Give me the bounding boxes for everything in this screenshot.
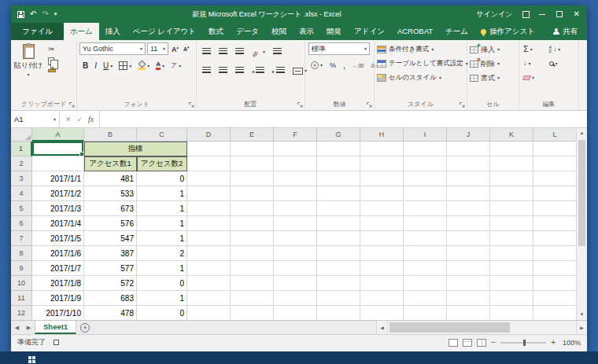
name-box[interactable]: A1 ▾: [11, 111, 60, 127]
comma-format-button[interactable]: ,: [341, 62, 347, 68]
cell-I6[interactable]: [404, 216, 447, 231]
cell-G2[interactable]: [317, 156, 360, 171]
row-header-2[interactable]: 2: [11, 156, 32, 171]
format-as-table-button[interactable]: テーブルとして書式設定▾: [377, 57, 464, 71]
zoom-slider[interactable]: [500, 342, 546, 344]
cell-I3[interactable]: [404, 171, 447, 186]
cell-H7[interactable]: [360, 231, 404, 246]
cell-L10[interactable]: [533, 276, 577, 291]
col-header-D[interactable]: D: [187, 128, 231, 142]
horizontal-scrollbar-thumb[interactable]: [389, 322, 510, 333]
increase-decimal-button[interactable]: ←.00: [351, 62, 365, 69]
cell-C5[interactable]: 1: [137, 201, 187, 216]
cell-A5[interactable]: 2017/1/3: [32, 201, 84, 216]
cell-D7[interactable]: [187, 231, 231, 246]
cell-E2[interactable]: [231, 156, 274, 171]
cell-A3[interactable]: 2017/1/1: [32, 171, 84, 186]
cell-J6[interactable]: [447, 216, 490, 231]
cell-E12[interactable]: [231, 306, 274, 320]
cell-E10[interactable]: [231, 276, 274, 291]
ribbon-tab-10[interactable]: ACROBAT: [391, 23, 439, 40]
sheet-tab-sheet1[interactable]: Sheet1: [35, 321, 76, 334]
currency-format-button[interactable]: ▾: [309, 61, 324, 70]
cell-D4[interactable]: [187, 186, 231, 201]
font-name-combo[interactable]: Yu Gothic▾: [79, 42, 146, 55]
col-header-E[interactable]: E: [231, 128, 274, 142]
cell-B10[interactable]: 572: [84, 276, 137, 291]
windows-start-icon[interactable]: [28, 356, 31, 359]
align-top-button[interactable]: [201, 47, 212, 57]
cell-F5[interactable]: [274, 201, 317, 216]
align-right-button[interactable]: [234, 66, 245, 75]
redo-icon[interactable]: ↷: [42, 10, 48, 18]
cell-G6[interactable]: [317, 216, 360, 231]
cell-D3[interactable]: [187, 171, 231, 186]
cell-L8[interactable]: [533, 246, 577, 261]
cell-H9[interactable]: [360, 261, 404, 276]
cell-K4[interactable]: [490, 186, 533, 201]
font-dialog-launcher-icon[interactable]: [188, 101, 194, 108]
cell-C4[interactable]: 1: [137, 186, 187, 201]
col-header-I[interactable]: I: [404, 128, 447, 142]
row-header-5[interactable]: 5: [11, 201, 32, 216]
cell-H5[interactable]: [360, 201, 404, 216]
align-bottom-button[interactable]: [234, 47, 245, 57]
row-header-7[interactable]: 7: [11, 231, 32, 246]
cell-F10[interactable]: [274, 276, 317, 291]
ribbon-tab-7[interactable]: 表示: [293, 23, 320, 40]
sheet-nav-left-icon[interactable]: ◀: [11, 321, 23, 334]
row-header-11[interactable]: 11: [11, 291, 32, 306]
cell-I8[interactable]: [404, 246, 447, 261]
insert-cells-button[interactable]: 挿入▾: [470, 42, 516, 57]
cell-B6[interactable]: 576: [84, 216, 137, 231]
underline-button[interactable]: U▾: [102, 61, 114, 71]
number-format-combo[interactable]: 標準▾: [308, 42, 370, 55]
cell-L1[interactable]: [533, 142, 577, 156]
cell-H2[interactable]: [360, 156, 404, 171]
cell-D2[interactable]: [187, 156, 231, 171]
cell-G7[interactable]: [317, 231, 360, 246]
cell-C9[interactable]: 1: [137, 261, 187, 276]
clear-button[interactable]: ▾: [523, 72, 549, 83]
row-header-6[interactable]: 6: [11, 216, 32, 231]
cell-C12[interactable]: 0: [137, 306, 187, 320]
cell-J1[interactable]: [447, 142, 490, 156]
cell-C6[interactable]: 1: [137, 216, 187, 231]
col-header-C[interactable]: C: [137, 128, 187, 142]
cell-J4[interactable]: [447, 186, 490, 201]
cell-F3[interactable]: [274, 171, 317, 186]
cell-C3[interactable]: 0: [137, 171, 187, 186]
add-sheet-button[interactable]: +: [76, 321, 94, 334]
cell-J3[interactable]: [447, 171, 490, 186]
cell-J11[interactable]: [447, 291, 490, 306]
phonetic-button[interactable]: ア▾: [169, 61, 183, 71]
cell-I4[interactable]: [404, 186, 447, 201]
cell-I5[interactable]: [404, 201, 447, 216]
cell-J9[interactable]: [447, 261, 490, 276]
cell-A4[interactable]: 2017/1/2: [32, 186, 84, 201]
cell-K12[interactable]: [490, 306, 533, 320]
ribbon-tab-3[interactable]: ページ レイアウト: [127, 23, 202, 40]
cell-E11[interactable]: [231, 291, 274, 306]
formula-input[interactable]: [100, 111, 587, 127]
row-header-8[interactable]: 8: [11, 246, 32, 261]
cell-L12[interactable]: [533, 306, 577, 320]
ribbon-tab-11[interactable]: チーム: [439, 23, 474, 40]
cell-D12[interactable]: [187, 306, 231, 320]
cell-F7[interactable]: [274, 231, 317, 246]
increase-font-size-button[interactable]: A▴: [170, 44, 180, 54]
cell-L3[interactable]: [533, 171, 577, 186]
cell-D5[interactable]: [187, 201, 231, 216]
cell-G9[interactable]: [317, 261, 360, 276]
cell-E8[interactable]: [231, 246, 274, 261]
cell-L5[interactable]: [533, 201, 577, 216]
cell-E5[interactable]: [231, 201, 274, 216]
col-header-L[interactable]: L: [533, 128, 577, 142]
cell-E1[interactable]: [231, 142, 274, 156]
cell-H3[interactable]: [360, 171, 404, 186]
ribbon-tab-6[interactable]: 校閲: [265, 23, 293, 40]
maximize-icon[interactable]: [556, 11, 563, 17]
cell-E4[interactable]: [231, 186, 274, 201]
cell-A8[interactable]: 2017/1/6: [32, 246, 84, 261]
cut-button[interactable]: ✂: [46, 45, 60, 54]
